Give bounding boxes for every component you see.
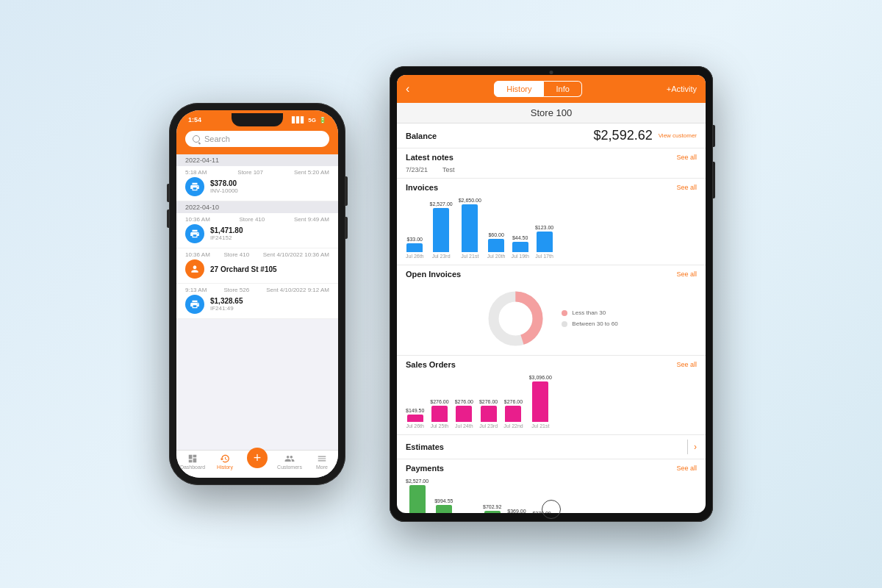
item-sent: Sent 4/10/2022 10:36 AM <box>263 251 329 258</box>
nav-history[interactable]: History <box>209 453 241 473</box>
item-store: Store 526 <box>223 287 249 293</box>
nav-dashboard-label: Dashboard <box>180 465 205 470</box>
bar-item: $994.55Jul 20th <box>434 498 453 513</box>
search-bar[interactable]: Search <box>185 131 329 147</box>
open-invoices-header: Open Invoices See all <box>397 265 706 282</box>
view-customer-link[interactable]: View customer <box>659 132 697 139</box>
bar-label: Jul 21st <box>461 254 478 259</box>
tab-group: History Info <box>494 81 582 97</box>
notes-section: Latest notes See all 7/23/21 Test <box>397 148 706 179</box>
list-item[interactable]: 9:13 AM Store 526 Sent 4/10/2022 9:12 AM… <box>176 284 338 319</box>
tablet-header: ‹ History Info +Activity <box>397 75 706 103</box>
tab-info[interactable]: Info <box>544 81 581 97</box>
bar-visual <box>488 239 504 252</box>
nav-more-label: More <box>316 465 328 470</box>
bar-label: Jul 23rd <box>479 423 498 429</box>
invoices-title: Invoices <box>406 183 438 192</box>
list-item[interactable]: 5:18 AM Store 107 Sent 5:20 AM $378.00 I… <box>176 166 338 201</box>
phone-content: 2022-04-11 5:18 AM Store 107 Sent 5:20 A… <box>176 154 338 450</box>
estimates-divider <box>687 440 688 454</box>
nav-customers[interactable]: Customers <box>273 453 306 473</box>
bar-label: Jul 26th <box>406 254 424 259</box>
phone-screen: 1:54 App Store ▋▋▋ 5G 🔋 Search 2 <box>176 110 338 478</box>
bar-label: Jul 23rd <box>432 254 451 259</box>
item-time: 5:18 AM <box>185 169 207 176</box>
nav-more[interactable]: More <box>306 453 338 473</box>
estimates-chevron[interactable]: › <box>694 442 697 452</box>
nav-add[interactable]: + . <box>241 453 273 473</box>
tab-history[interactable]: History <box>494 81 544 97</box>
legend-less-than-30: Less than 30 <box>562 309 617 316</box>
bar-value: $123.00 <box>535 225 553 230</box>
bar-item: $60.00Jul 20th <box>487 232 506 259</box>
bar-item: $369.00Jul 12th <box>507 509 526 513</box>
item-details: $378.00 INV-10000 <box>210 179 329 194</box>
customers-icon <box>284 453 295 464</box>
search-placeholder: Search <box>204 135 230 143</box>
bar-value: $276.00 <box>479 399 498 404</box>
list-item[interactable]: 10:36 AM Store 410 Sent 9:49 AM $1,471.8… <box>176 213 338 248</box>
bar-value: $3,096.00 <box>529 375 552 380</box>
item-sent: Sent 5:20 AM <box>294 169 329 176</box>
item-details: 27 Orchard St #105 <box>210 265 329 273</box>
bar-value: $60.00 <box>488 232 503 237</box>
tablet-power-button <box>713 125 715 147</box>
notes-see-all[interactable]: See all <box>676 154 697 161</box>
activity-button[interactable]: +Activity <box>667 85 697 93</box>
tablet-device: ‹ History Info +Activity Store 100 Balan… <box>390 66 713 522</box>
balance-label: Balance <box>406 132 437 140</box>
note-text: Test <box>442 166 455 173</box>
sales-orders-title: Sales Orders <box>406 360 456 369</box>
donut-svg <box>484 287 547 350</box>
bar-visual <box>433 208 449 252</box>
bar-item: $2,527.00Jul 23rd <box>406 478 429 513</box>
legend-label-2: Between 30 to 60 <box>572 320 617 327</box>
bar-value: $276.00 <box>504 399 523 404</box>
balance-section: Balance $2,592.62 View customer <box>397 123 706 148</box>
sales-orders-see-all[interactable]: See all <box>676 361 697 368</box>
list-item[interactable]: 10:36 AM Store 410 Sent 4/10/2022 10:36 … <box>176 248 338 284</box>
bottom-nav: Dashboard History + . Customers <box>176 450 338 478</box>
invoices-see-all[interactable]: See all <box>676 184 697 191</box>
open-invoices-title: Open Invoices <box>406 270 461 279</box>
back-button[interactable]: ‹ <box>406 82 409 96</box>
bar-value: $369.00 <box>507 509 526 513</box>
bar-value: $33.00 <box>407 237 423 242</box>
nav-dashboard[interactable]: Dashboard <box>176 453 209 473</box>
sales-orders-header: Sales Orders See all <box>397 356 706 372</box>
open-invoices-see-all[interactable]: See all <box>676 270 697 278</box>
invoices-header: Invoices See all <box>397 179 706 195</box>
tablet-home-button[interactable] <box>542 500 561 519</box>
bar-visual <box>406 243 423 252</box>
bar-item: $123.00Jul 17th <box>535 225 553 259</box>
item-body: $378.00 INV-10000 <box>176 176 338 201</box>
store-title: Store 100 <box>397 103 706 123</box>
bar-label: Jul 22nd <box>503 423 523 429</box>
add-button[interactable]: + <box>247 448 268 468</box>
signal-bars-icon: ▋▋▋ <box>292 117 305 123</box>
network-type: 5G <box>308 117 316 123</box>
notes-header: Latest notes See all <box>397 148 706 165</box>
donut-container: Less than 30 Between 30 to 60 <box>397 282 706 355</box>
item-header: 9:13 AM Store 526 Sent 4/10/2022 9:12 AM <box>176 284 338 293</box>
bar-value: $2,527.00 <box>406 478 429 484</box>
bar-visual <box>532 381 548 422</box>
date-header-1: 2022-04-11 <box>176 154 338 166</box>
tablet-screen: ‹ History Info +Activity Store 100 Balan… <box>397 75 706 513</box>
invoices-chart: $33.00Jul 26th$2,527.00Jul 23rd$2,650.00… <box>397 195 706 265</box>
item-body: 27 Orchard St #105 <box>176 258 338 283</box>
phone-device: 1:54 App Store ▋▋▋ 5G 🔋 Search 2 <box>169 103 345 485</box>
payments-title: Payments <box>406 464 444 473</box>
bar-item: $33.00Jul 26th <box>406 237 424 259</box>
item-sent: Sent 9:49 AM <box>294 216 329 223</box>
search-icon <box>193 135 200 143</box>
legend-dot-pink <box>562 310 567 316</box>
payments-see-all[interactable]: See all <box>676 465 697 472</box>
item-sent: Sent 4/10/2022 9:12 AM <box>266 287 329 293</box>
bar-item: $702.92Jul 15th <box>483 504 501 513</box>
bar-visual <box>431 406 448 422</box>
bar-label: Jul 17th <box>535 254 553 259</box>
balance-right: $2,592.62 View customer <box>594 128 697 143</box>
open-invoices-section: Open Invoices See all <box>397 265 706 356</box>
tablet-body[interactable]: Balance $2,592.62 View customer Latest n… <box>397 123 706 513</box>
